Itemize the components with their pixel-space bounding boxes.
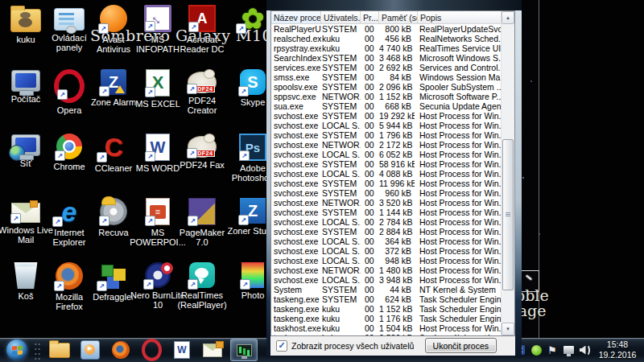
column-header-name[interactable]: Název procesu xyxy=(271,11,321,24)
desktop-icon-realtimes-realplayer[interactable]: RealTimes (RealPlayer) xyxy=(174,262,230,310)
process-row[interactable]: svchost.exeSYSTEM0058 916 kBHost Process… xyxy=(271,159,502,169)
secunia-tray-icon[interactable] xyxy=(530,344,542,356)
process-row[interactable]: services.exeSYSTEM002 692 kBServices and… xyxy=(271,63,502,72)
shortcut-arrow-icon xyxy=(143,279,154,290)
process-row[interactable]: svchost.exeLOCAL S...002 784 kBHost Proc… xyxy=(271,217,502,227)
process-row[interactable]: svchost.exeLOCAL S...006 052 kBHost Proc… xyxy=(271,150,502,159)
show-all-users-checkbox[interactable] xyxy=(276,340,287,352)
window-bottom-frame xyxy=(266,356,522,358)
process-row[interactable]: SearchIndexer....SYSTEM003 468 kBMicroso… xyxy=(271,53,502,63)
process-cell-name: taskeng.exe xyxy=(271,304,321,314)
taskbar-button-task-manager[interactable] xyxy=(230,339,258,361)
process-cell-cpu: 00 xyxy=(361,227,379,237)
taskbar-button-windows-live-mail[interactable] xyxy=(197,339,228,361)
process-row[interactable]: svchost.exeLOCAL S...00364 kBHost Proces… xyxy=(271,237,502,246)
process-row[interactable]: svchost.exeSYSTEM001 144 kBHost Process … xyxy=(271,208,502,217)
process-row[interactable]: svchost.exeLOCAL S...003 948 kBHost Proc… xyxy=(271,275,502,285)
taskbar-button-windows-media-player[interactable] xyxy=(75,339,105,361)
process-row[interactable]: SystemSYSTEM0044 kBNT Kernel & System xyxy=(271,285,502,294)
process-row[interactable]: spoolsv.exeSYSTEM002 096 kBSpooler SubSy… xyxy=(271,82,502,92)
volume-icon[interactable] xyxy=(579,344,590,356)
process-row[interactable]: svchost.exeSYSTEM0019 292 kBHost Process… xyxy=(271,111,502,121)
desktop-icon-pdf24-fax[interactable]: PDF24PDF24 Fax xyxy=(174,134,230,170)
taskbar-button-windows-explorer[interactable] xyxy=(44,339,75,361)
icq-icon: ✿ xyxy=(237,5,268,32)
process-cell-name: SearchIndexer.... xyxy=(271,53,321,63)
taskbar-clock[interactable]: 15:48 19.2.2016 xyxy=(595,339,640,360)
shortcut-arrow-icon xyxy=(145,21,155,31)
process-cell-cpu: 00 xyxy=(361,140,379,150)
process-cell-user: SYSTEM xyxy=(321,53,361,63)
process-row[interactable]: sppsvc.exeNETWOR...001 152 kBMicrosoft S… xyxy=(271,92,502,101)
process-row[interactable]: svchost.exeSYSTEM0011 996 kBHost Process… xyxy=(271,179,502,188)
powerpoint-icon: ≡ xyxy=(146,198,170,225)
process-cell-user: SYSTEM xyxy=(321,101,361,111)
process-cell-cpu: 00 xyxy=(361,198,379,208)
process-cell-user: SYSTEM xyxy=(321,24,361,34)
process-cell-user: NETWOR... xyxy=(321,140,361,150)
desktop-icon-pagemaker-7-0[interactable]: PageMaker 7.0 xyxy=(174,198,230,247)
process-row[interactable]: svchost.exeNETWOR...003 520 kBHost Proce… xyxy=(271,198,502,208)
column-header-description[interactable]: Popis xyxy=(418,11,502,24)
process-cell-user: SYSTEM xyxy=(321,130,361,140)
infopath-icon: ↔ xyxy=(144,5,171,32)
process-row[interactable]: taskeng.exekuku001 176 kBTask Scheduler … xyxy=(271,314,502,323)
column-header-memory[interactable]: Paměť (so... xyxy=(379,11,418,24)
process-row[interactable]: svchost.exeNETWOR...001 480 kBHost Proce… xyxy=(271,265,502,275)
process-cell-user: SYSTEM xyxy=(321,82,361,92)
desktop-icon-label: RealTimes (RealPlayer) xyxy=(174,290,230,310)
end-process-button[interactable]: Ukončit proces xyxy=(425,338,497,353)
process-row[interactable]: smss.exeSYSTEM0084 kBWindows Session Ma.… xyxy=(271,72,502,82)
process-cell-memory: 3 520 kB xyxy=(379,198,415,208)
process-row[interactable]: taskmgr.exekuku002 520 kBSprávce úloh sy… xyxy=(271,333,502,335)
column-header-user[interactable]: Uživatels... xyxy=(321,11,361,24)
process-cell-name: svchost.exe xyxy=(271,111,321,121)
taskbar-button-opera[interactable] xyxy=(136,339,167,361)
process-row[interactable]: svchost.exeLOCAL S...00948 kBHost Proces… xyxy=(271,256,502,265)
process-row[interactable]: svchost.exeSYSTEM001 796 kBHost Process … xyxy=(271,130,502,140)
process-cell-name: services.exe xyxy=(271,63,321,72)
process-cell-memory: 4 088 kB xyxy=(379,169,415,179)
pagemaker-icon xyxy=(188,198,216,225)
process-row[interactable]: RealPlayerUpda...SYSTEM00800 kBRealPlaye… xyxy=(271,24,502,34)
process-cell-cpu: 00 xyxy=(361,53,379,63)
shortcut-arrow-icon xyxy=(98,23,109,34)
process-cell-cpu: 00 xyxy=(361,101,379,111)
desktop-icon-acrobat-reader-dc[interactable]: AAcrobat Reader DC xyxy=(174,5,230,54)
shortcut-arrow-icon xyxy=(187,148,197,158)
quick-launch-grip[interactable] xyxy=(33,340,40,360)
computer-icon xyxy=(11,70,40,92)
process-row[interactable]: realsched.exekuku00456 kBRealNetworks Sc… xyxy=(271,34,502,43)
desktop-icon-pdf24-creator[interactable]: PDF24PDF24 Creator xyxy=(174,69,230,115)
scrollbar-up-icon[interactable] xyxy=(502,11,514,24)
process-cell-memory: 800 kB xyxy=(379,24,415,34)
process-row[interactable]: rpsystray.exekuku004 740 kBRealTimes Ser… xyxy=(271,43,502,53)
scrollbar-down-icon[interactable] xyxy=(502,323,514,335)
process-row[interactable]: svchost.exeLOCAL S...004 088 kBHost Proc… xyxy=(271,169,502,179)
process-cell-description: Host Process for Win... xyxy=(415,111,502,121)
scrollbar-thumb[interactable] xyxy=(502,139,514,290)
action-center-flag-icon[interactable]: ⚑ xyxy=(547,344,558,356)
process-row[interactable]: svchost.exeSYSTEM00960 kBHost Process fo… xyxy=(271,188,502,198)
windows-logo-icon xyxy=(12,345,23,355)
process-cell-cpu: 00 xyxy=(361,275,379,285)
process-row[interactable]: svchost.exeSYSTEM002 884 kBHost Process … xyxy=(271,227,502,237)
process-row[interactable]: svchost.exeLOCAL S...00372 kBHost Proces… xyxy=(271,246,502,256)
process-list-scrollbar[interactable] xyxy=(501,11,514,335)
process-row[interactable]: taskeng.exekuku001 152 kBTask Scheduler … xyxy=(271,304,502,314)
process-cell-cpu: 00 xyxy=(361,82,379,92)
photo-icon xyxy=(242,262,264,288)
start-button[interactable] xyxy=(6,339,27,360)
network-status-icon[interactable] xyxy=(563,344,574,356)
process-row[interactable]: svchost.exeLOCAL S...005 944 kBHost Proc… xyxy=(271,121,502,130)
process-cell-user: NETWOR... xyxy=(321,198,361,208)
taskbar-button-ms-word[interactable] xyxy=(167,339,197,361)
taskbar-button-firefox[interactable] xyxy=(105,339,136,361)
process-row[interactable]: taskeng.exeSYSTEM00624 kBTask Scheduler … xyxy=(271,294,502,304)
process-row[interactable]: svchost.exeNETWOR...002 172 kBHost Proce… xyxy=(271,140,502,150)
column-header-cpu[interactable]: Pr... xyxy=(361,11,379,24)
process-row[interactable]: taskhost.exekuku001 504 kBHost Process f… xyxy=(271,323,502,333)
process-cell-memory: 2 172 kB xyxy=(379,140,415,150)
process-row[interactable]: sua.exeSYSTEM00668 kBSecunia Update Agen… xyxy=(271,101,502,111)
process-cell-user: LOCAL S... xyxy=(321,150,361,159)
